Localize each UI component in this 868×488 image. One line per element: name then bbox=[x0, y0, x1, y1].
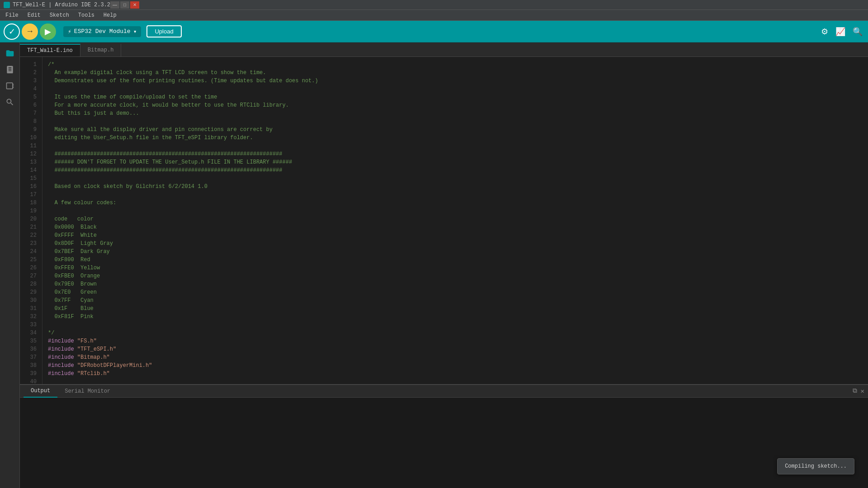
app-icon bbox=[4, 2, 10, 8]
toolbar-right: ⚙ 📈 🔍 bbox=[819, 25, 864, 38]
sidebar bbox=[0, 42, 20, 488]
close-button[interactable]: ✕ bbox=[130, 1, 139, 9]
bottom-tabs-bar: Output Serial Monitor ⧉ ✕ bbox=[20, 385, 868, 398]
serial-plotter-icon[interactable]: 📈 bbox=[834, 25, 847, 38]
debug-button[interactable]: ▶ bbox=[40, 23, 56, 40]
code-editor: 1234567891011121314151617181920212223242… bbox=[20, 57, 868, 384]
sidebar-icon-folder[interactable] bbox=[3, 46, 17, 61]
menu-tools[interactable]: Tools bbox=[75, 11, 98, 19]
tab-bitmap-h[interactable]: Bitmap.h bbox=[80, 44, 122, 56]
menu-sketch[interactable]: Sketch bbox=[46, 11, 73, 19]
upload-button-icon[interactable]: → bbox=[22, 23, 38, 40]
menu-edit[interactable]: Edit bbox=[24, 11, 44, 19]
main-layout: TFT_Wall-E.ino Bitmap.h 1234567891011121… bbox=[0, 42, 868, 488]
menu-help[interactable]: Help bbox=[100, 11, 120, 19]
verify-button[interactable]: ✓ bbox=[4, 23, 20, 40]
expand-icon[interactable]: ⧉ bbox=[853, 387, 857, 395]
maximize-button[interactable]: □ bbox=[120, 1, 129, 9]
upload-label-button[interactable]: Upload bbox=[146, 25, 181, 38]
sidebar-icon-book[interactable] bbox=[3, 62, 17, 77]
board-icon: ⚡ bbox=[68, 28, 71, 35]
title-bar-controls[interactable]: — □ ✕ bbox=[110, 1, 139, 9]
bottom-right-icons: ⧉ ✕ bbox=[853, 387, 864, 395]
tab-output[interactable]: Output bbox=[24, 385, 57, 398]
serial-monitor-icon[interactable]: ⚙ bbox=[819, 25, 830, 38]
toolbar: ✓ → ▶ ⚡ ESP32 Dev Module ▾ Upload ⚙ 📈 🔍 bbox=[0, 21, 868, 42]
chevron-down-icon: ▾ bbox=[133, 28, 137, 35]
search-toolbar-icon[interactable]: 🔍 bbox=[851, 25, 864, 38]
tabs-bar: TFT_Wall-E.ino Bitmap.h bbox=[20, 42, 868, 57]
menu-bar: File Edit Sketch Tools Help bbox=[0, 10, 868, 21]
compile-toast: Compiling sketch... bbox=[777, 458, 854, 474]
editor-area: TFT_Wall-E.ino Bitmap.h 1234567891011121… bbox=[20, 42, 868, 488]
minimize-button[interactable]: — bbox=[110, 1, 119, 9]
board-selector[interactable]: ⚡ ESP32 Dev Module ▾ bbox=[63, 26, 141, 37]
tab-tft-wall-e[interactable]: TFT_Wall-E.ino bbox=[20, 44, 80, 56]
title-bar: TFT_Well-E | Arduino IDE 2.3.2 — □ ✕ bbox=[0, 0, 868, 10]
tab-serial-monitor[interactable]: Serial Monitor bbox=[57, 385, 118, 398]
title-bar-title: TFT_Well-E | Arduino IDE 2.3.2 bbox=[13, 2, 110, 8]
code-content[interactable]: /* An example digital clock using a TFT … bbox=[42, 57, 868, 384]
close-panel-icon[interactable]: ✕ bbox=[861, 387, 864, 395]
sidebar-icon-search[interactable] bbox=[3, 95, 17, 109]
output-content bbox=[20, 398, 868, 488]
sidebar-icon-board-manager[interactable] bbox=[3, 79, 17, 93]
menu-file[interactable]: File bbox=[2, 11, 22, 19]
board-name: ESP32 Dev Module bbox=[74, 28, 131, 35]
bottom-panel: Output Serial Monitor ⧉ ✕ bbox=[20, 384, 868, 488]
line-numbers: 1234567891011121314151617181920212223242… bbox=[20, 57, 42, 384]
